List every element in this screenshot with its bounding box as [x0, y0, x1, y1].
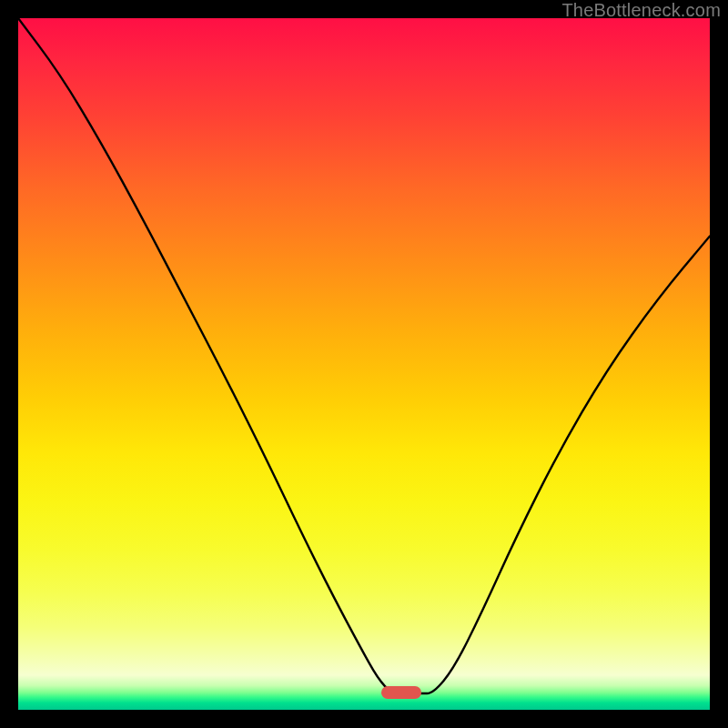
watermark-text: TheBottleneck.com — [561, 0, 721, 21]
optimal-marker — [381, 686, 421, 699]
plot-area — [18, 18, 710, 710]
bottleneck-curve — [18, 18, 710, 710]
chart-frame: TheBottleneck.com — [0, 0, 728, 728]
